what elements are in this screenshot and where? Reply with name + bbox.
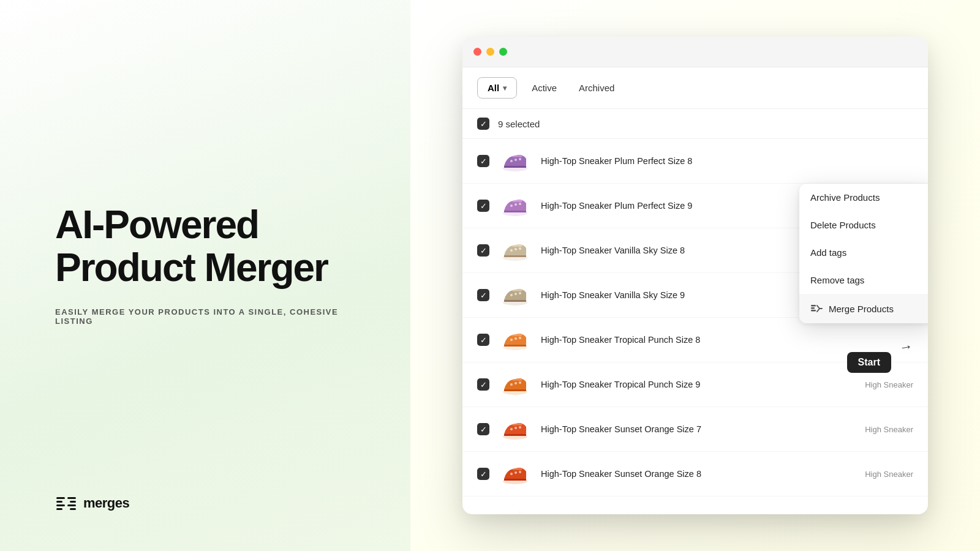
svg-point-33 bbox=[510, 428, 513, 430]
table-row: ✓ High-Top Sneaker Tropical Punch Size 9… bbox=[462, 362, 928, 407]
row-checkbox[interactable]: ✓ bbox=[477, 334, 489, 346]
svg-point-11 bbox=[519, 158, 521, 160]
filter-all-button[interactable]: All ▾ bbox=[477, 77, 517, 99]
dropdown-merge-label: Merge Products bbox=[829, 304, 894, 314]
product-image bbox=[499, 234, 531, 266]
dropdown-archive-products[interactable]: Archive Products bbox=[799, 184, 928, 211]
filter-active-button[interactable]: Active bbox=[524, 78, 564, 98]
filter-chevron-icon: ▾ bbox=[503, 84, 507, 92]
svg-rect-2 bbox=[56, 504, 65, 506]
row-checkbox[interactable]: ✓ bbox=[477, 423, 489, 435]
svg-point-23 bbox=[519, 292, 521, 294]
product-name: High-Top Sneaker Plum Perfect Size 8 bbox=[541, 156, 903, 166]
logo-area: merges bbox=[55, 492, 361, 514]
svg-rect-7 bbox=[70, 508, 76, 510]
row-checkbox[interactable]: ✓ bbox=[477, 378, 489, 391]
product-image bbox=[499, 413, 531, 445]
svg-point-19 bbox=[519, 247, 521, 250]
product-image bbox=[499, 279, 531, 311]
svg-rect-5 bbox=[70, 501, 76, 503]
filter-archived-button[interactable]: Archived bbox=[571, 78, 622, 98]
svg-point-9 bbox=[510, 160, 513, 162]
select-all-checkbox[interactable]: ✓ bbox=[477, 118, 489, 130]
checkmark-icon: ✓ bbox=[480, 202, 487, 210]
traffic-light-red[interactable] bbox=[473, 48, 481, 56]
row-checkbox[interactable]: ✓ bbox=[477, 244, 489, 257]
title-bar bbox=[462, 37, 928, 67]
product-name: High-Top Sneaker Sunset Orange Size 8 bbox=[541, 469, 855, 479]
row-checkbox[interactable]: ✓ bbox=[477, 155, 489, 167]
filter-archived-label: Archived bbox=[579, 83, 614, 93]
dropdown-menu: Archive Products Delete Products Add tag… bbox=[799, 184, 928, 323]
merges-logo-icon bbox=[55, 492, 77, 514]
dropdown-archive-label: Archive Products bbox=[810, 192, 880, 203]
filter-bar: All ▾ Active Archived bbox=[462, 67, 928, 109]
checkmark-icon: ✓ bbox=[480, 336, 487, 344]
svg-point-10 bbox=[514, 159, 517, 161]
svg-point-18 bbox=[514, 248, 517, 250]
svg-point-21 bbox=[510, 294, 513, 296]
dropdown-delete-products[interactable]: Delete Products bbox=[799, 211, 928, 239]
svg-point-39 bbox=[519, 471, 521, 473]
product-image bbox=[499, 145, 531, 177]
merge-icon bbox=[810, 302, 823, 315]
product-image bbox=[499, 369, 531, 400]
dropdown-remove-tags[interactable]: Remove tags bbox=[799, 266, 928, 294]
svg-point-17 bbox=[510, 249, 513, 252]
traffic-light-yellow[interactable] bbox=[486, 48, 494, 56]
traffic-light-green[interactable] bbox=[499, 48, 507, 56]
checkmark-icon: ✓ bbox=[480, 157, 487, 165]
checkmark-icon: ✓ bbox=[480, 470, 487, 478]
table-row: ✓ High-Top Sneaker Plum Perfect Size 8 bbox=[462, 139, 928, 184]
table-row: ✓ High-Top Sneaker Sunset Orange Size 8 … bbox=[462, 452, 928, 497]
product-type: High Sneaker bbox=[865, 380, 913, 389]
row-checkbox[interactable]: ✓ bbox=[477, 200, 489, 212]
hero-section: AI-PoweredProduct Merger EASILY MERGE YO… bbox=[55, 37, 361, 492]
right-panel: All ▾ Active Archived ✓ 9 selected ✓ bbox=[410, 0, 980, 551]
product-type: High Sneaker bbox=[865, 470, 913, 479]
svg-point-29 bbox=[510, 383, 513, 386]
dropdown-add-tags[interactable]: Add tags bbox=[799, 239, 928, 266]
svg-point-14 bbox=[514, 203, 517, 206]
svg-rect-1 bbox=[56, 501, 62, 503]
logo-text: merges bbox=[83, 495, 129, 511]
svg-point-27 bbox=[519, 337, 521, 339]
svg-point-37 bbox=[510, 473, 513, 475]
left-panel: AI-PoweredProduct Merger EASILY MERGE YO… bbox=[0, 0, 410, 551]
dropdown-add-tags-label: Add tags bbox=[810, 247, 846, 258]
row-checkbox[interactable]: ✓ bbox=[477, 468, 489, 480]
selection-count: 9 selected bbox=[498, 119, 540, 129]
table-row: ✓ High-Top Sneaker Sunset Orange Size 9 … bbox=[462, 497, 928, 512]
product-name: High-Top Sneaker Tropical Punch Size 9 bbox=[541, 380, 855, 389]
svg-point-34 bbox=[514, 427, 517, 429]
svg-rect-4 bbox=[67, 497, 76, 499]
filter-all-label: All bbox=[488, 83, 499, 93]
svg-point-31 bbox=[519, 381, 521, 384]
svg-point-30 bbox=[514, 382, 517, 384]
dropdown-delete-label: Delete Products bbox=[810, 220, 876, 230]
checkmark-icon: ✓ bbox=[480, 425, 487, 433]
app-window: All ▾ Active Archived ✓ 9 selected ✓ bbox=[462, 37, 928, 514]
checkmark-icon: ✓ bbox=[480, 381, 487, 389]
svg-rect-44 bbox=[811, 305, 816, 307]
product-image bbox=[499, 458, 531, 490]
filter-active-label: Active bbox=[532, 83, 557, 93]
svg-point-22 bbox=[514, 293, 517, 295]
table-row: ✓ High-Top Sneaker Tropical Punch Size 8 bbox=[462, 318, 928, 362]
row-checkbox[interactable]: ✓ bbox=[477, 289, 489, 301]
product-image bbox=[499, 503, 531, 512]
svg-rect-6 bbox=[67, 504, 76, 506]
product-image bbox=[499, 324, 531, 356]
svg-point-15 bbox=[519, 203, 521, 205]
dropdown-merge-products[interactable]: Merge Products bbox=[799, 294, 928, 323]
checkmark-icon: ✓ bbox=[480, 291, 487, 299]
product-name: High-Top Sneaker Sunset Orange Size 7 bbox=[541, 424, 855, 434]
hero-subtitle: EASILY MERGE YOUR PRODUCTS INTO A SINGLE… bbox=[55, 307, 361, 326]
svg-rect-45 bbox=[811, 307, 815, 309]
product-name: High-Top Sneaker Tropical Punch Size 8 bbox=[541, 335, 903, 345]
svg-point-38 bbox=[514, 471, 517, 474]
svg-point-35 bbox=[519, 426, 521, 429]
svg-rect-3 bbox=[56, 508, 62, 510]
checkmark-icon: ✓ bbox=[480, 247, 487, 255]
table-row: ✓ High-Top Sneaker Sunset Orange Size 7 … bbox=[462, 407, 928, 452]
